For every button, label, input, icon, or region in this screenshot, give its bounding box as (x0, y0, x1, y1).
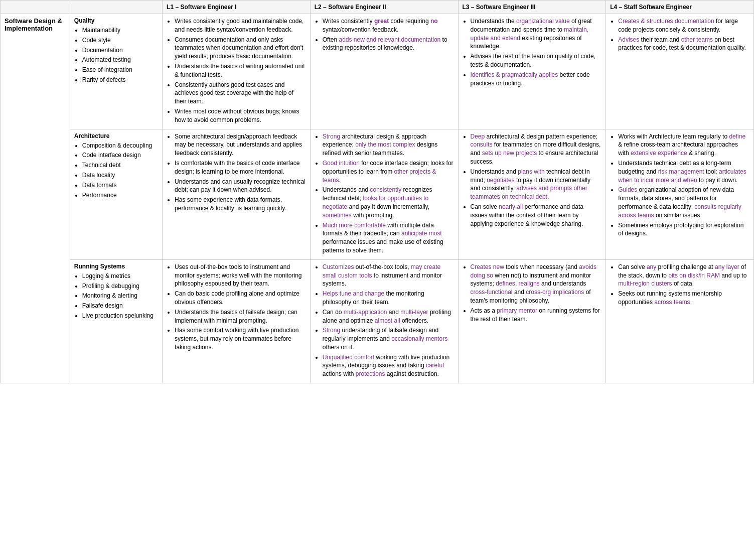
arch-sub-1: Composition & decoupling (82, 142, 158, 150)
architecture-l3-list: Deep architectural & design pattern expe… (463, 132, 602, 228)
running-systems-label: Running Systems (74, 263, 158, 270)
arch-l3-item-1: Deep architectural & design pattern expe… (471, 132, 602, 166)
rs-sub-3: Monitoring & alerting (82, 292, 158, 300)
arch-sub-6: Performance (82, 191, 158, 200)
rs-sub-4: Failsafe design (82, 302, 158, 310)
architecture-l4-cell: Works with Architecture team regularly t… (606, 129, 754, 259)
quality-l1-item-5: Writes most code without obvious bugs; k… (175, 107, 306, 124)
rs-l2-item-5: Unqualified comfort working with live pr… (323, 353, 454, 378)
quality-l1-item-3: Understands the basics of writing automa… (175, 62, 306, 79)
col2-header: L1 – Software Engineer I (163, 1, 311, 14)
arch-l2-item-4: Much more comfortable with multiple data… (323, 221, 454, 255)
arch-l2-item-2: Good intuition for code interface design… (323, 159, 454, 184)
running-systems-l2-cell: Customizes out-of-the-box tools, may cre… (310, 259, 458, 383)
section-label: Software Design & Implementation (5, 17, 62, 32)
arch-l1-item-1: Some architectural design/approach feedb… (175, 132, 306, 158)
quality-l3-cell: Understands the organizational value of … (458, 14, 606, 129)
arch-l3-item-3: Can solve nearly all performance and dat… (471, 203, 602, 228)
rs-l1-item-4: Has some comfort working with live produ… (175, 326, 306, 351)
architecture-category-cell: Architecture Composition & decoupling Co… (70, 129, 162, 259)
rs-l4-item-1: Can solve any profiling challenge at any… (618, 263, 749, 288)
rs-l1-item-1: Uses out-of-the-box tools to instrument … (175, 263, 306, 288)
running-systems-l3-list: Creates new tools when necessary (and av… (463, 263, 602, 324)
quality-subcategories: Maintainability Code style Documentation… (74, 26, 158, 84)
rs-sub-2: Profiling & debugging (82, 282, 158, 291)
section-label-cell: Software Design & Implementation (1, 14, 70, 383)
arch-sub-3: Technical debt (82, 161, 158, 170)
quality-row: Software Design & Implementation Quality… (1, 14, 754, 129)
col4-header: L3 – Software Engineer III (458, 1, 606, 14)
rs-sub-5: Live production spelunking (82, 312, 158, 320)
rs-l2-item-1: Customizes out-of-the-box tools, may cre… (323, 263, 454, 288)
arch-l4-item-4: Sometimes employs prototyping for explor… (618, 221, 749, 238)
quality-l1-item-2: Consumes documentation and only asks tea… (175, 36, 306, 61)
quality-sub-5: Ease of integration (82, 66, 158, 74)
col1-header (70, 1, 162, 14)
arch-sub-2: Code interface design (82, 151, 158, 160)
quality-l2-item-2: Often adds new and relevant documentatio… (323, 36, 454, 53)
architecture-row: Architecture Composition & decoupling Co… (1, 129, 754, 259)
quality-l1-list: Writes consistently good and maintainabl… (167, 17, 306, 124)
architecture-l2-cell: Strong architectural design & approach e… (310, 129, 458, 259)
quality-sub-3: Documentation (82, 46, 158, 55)
running-systems-l1-cell: Uses out-of-the-box tools to instrument … (163, 259, 311, 383)
quality-l4-item-1: Creates & structures documentation for l… (618, 17, 749, 34)
arch-l3-item-2: Understands and plans with technical deb… (471, 168, 602, 201)
quality-l3-list: Understands the organizational value of … (463, 17, 602, 87)
running-systems-category-cell: Running Systems Logging & metrics Profil… (70, 259, 162, 383)
quality-sub-1: Maintainability (82, 26, 158, 35)
arch-l1-item-3: Understands and can usually recognize te… (175, 178, 306, 195)
arch-l4-item-2: Understands technical debt as a long-ter… (618, 159, 749, 184)
running-systems-l1-list: Uses out-of-the-box tools to instrument … (167, 263, 306, 352)
col0-header (1, 1, 70, 14)
quality-l2-list: Writes consistently great code requiring… (315, 17, 454, 52)
arch-sub-5: Data formats (82, 181, 158, 190)
arch-l2-item-3: Understands and consistently recognizes … (323, 186, 454, 219)
rs-l2-item-3: Can do multi-application and multi-layer… (323, 308, 454, 325)
architecture-label: Architecture (74, 132, 158, 139)
arch-l1-item-2: Is comfortable with the basics of code i… (175, 159, 306, 176)
rs-sub-1: Logging & metrics (82, 272, 158, 281)
rs-l4-item-2: Seeks out running systems mentorship opp… (618, 290, 749, 307)
quality-l2-cell: Writes consistently great code requiring… (310, 14, 458, 129)
rs-l2-item-2: Helps tune and change the monitoring phi… (323, 290, 454, 307)
architecture-subcategories: Composition & decoupling Code interface … (74, 142, 158, 200)
quality-l4-item-2: Advises their team and other teams on be… (618, 36, 749, 53)
arch-l2-item-1: Strong architectural design & approach e… (323, 132, 454, 158)
quality-l3-item-3: Identifies & pragmatically applies bette… (471, 71, 602, 88)
col5-header: L4 – Staff Software Engineer (606, 1, 754, 14)
quality-l4-list: Creates & structures documentation for l… (610, 17, 749, 52)
quality-l3-item-1: Understands the organizational value of … (471, 17, 602, 51)
quality-l4-cell: Creates & structures documentation for l… (606, 14, 754, 129)
architecture-l1-cell: Some architectural design/approach feedb… (163, 129, 311, 259)
running-systems-l3-cell: Creates new tools when necessary (and av… (458, 259, 606, 383)
rs-l3-item-1: Creates new tools when necessary (and av… (471, 263, 602, 305)
architecture-l4-list: Works with Architecture team regularly t… (610, 132, 749, 238)
header-row: L1 – Software Engineer I L2 – Software E… (1, 1, 754, 14)
rs-l1-item-3: Understands the basics of failsafe desig… (175, 308, 306, 325)
running-systems-l4-cell: Can solve any profiling challenge at any… (606, 259, 754, 383)
quality-l2-item-1: Writes consistently great code requiring… (323, 17, 454, 34)
running-systems-row: Running Systems Logging & metrics Profil… (1, 259, 754, 383)
running-systems-l2-list: Customizes out-of-the-box tools, may cre… (315, 263, 454, 378)
quality-l1-cell: Writes consistently good and maintainabl… (163, 14, 311, 129)
arch-l1-item-4: Has some experience with data formats, p… (175, 196, 306, 213)
quality-category-cell: Quality Maintainability Code style Docum… (70, 14, 162, 129)
arch-l4-item-3: Guides organizational adoption of new da… (618, 186, 749, 219)
col3-header: L2 – Software Engineer II (310, 1, 458, 14)
rs-l2-item-4: Strong understanding of failsafe design … (323, 326, 454, 351)
running-systems-subcategories: Logging & metrics Profiling & debugging … (74, 272, 158, 320)
architecture-l2-list: Strong architectural design & approach e… (315, 132, 454, 255)
architecture-l3-cell: Deep architectural & design pattern expe… (458, 129, 606, 259)
quality-sub-2: Code style (82, 36, 158, 45)
quality-label: Quality (74, 17, 158, 24)
quality-l1-item-1: Writes consistently good and maintainabl… (175, 17, 306, 34)
rs-l1-item-2: Can do basic code profiling alone and op… (175, 290, 306, 307)
quality-l3-item-2: Advises the rest of the team on quality … (471, 52, 602, 69)
arch-sub-4: Data locality (82, 171, 158, 180)
architecture-l1-list: Some architectural design/approach feedb… (167, 132, 306, 213)
quality-sub-4: Automated testing (82, 56, 158, 64)
quality-sub-6: Rarity of defects (82, 76, 158, 84)
rs-l3-item-2: Acts as a primary mentor on running syst… (471, 307, 602, 324)
quality-l1-item-4: Consistently authors good test cases and… (175, 81, 306, 106)
